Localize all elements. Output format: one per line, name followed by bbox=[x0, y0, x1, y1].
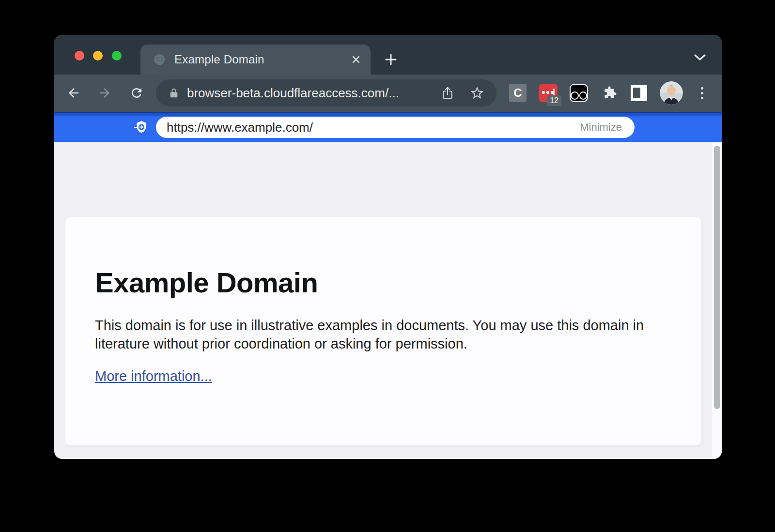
lock-icon bbox=[169, 87, 179, 99]
share-icon[interactable] bbox=[440, 85, 455, 101]
page-title: Example Domain bbox=[95, 266, 671, 299]
example-domain-card: Example Domain This domain is for use in… bbox=[65, 217, 701, 445]
zoom-window-button[interactable] bbox=[112, 51, 122, 61]
extension-c-icon[interactable]: C bbox=[508, 83, 527, 103]
scrollbar-thumb[interactable] bbox=[714, 146, 720, 409]
browser-window: Example Domain browser-beta.cloudflareac bbox=[54, 35, 722, 459]
forward-button[interactable] bbox=[95, 83, 114, 103]
profile-avatar[interactable] bbox=[660, 81, 683, 105]
new-tab-button[interactable] bbox=[381, 50, 401, 69]
minimize-bar-button[interactable]: Minimize bbox=[580, 121, 622, 134]
shield-arrow-icon bbox=[134, 120, 149, 135]
globe-favicon-icon bbox=[153, 53, 166, 66]
goggles-extension-icon[interactable] bbox=[569, 83, 589, 103]
close-window-button[interactable] bbox=[75, 51, 84, 61]
address-bar[interactable]: browser-beta.cloudflareaccess.com/... bbox=[156, 79, 496, 106]
more-information-link[interactable]: More information... bbox=[95, 368, 212, 384]
extension-c-letter: C bbox=[509, 84, 527, 102]
minimize-window-button[interactable] bbox=[93, 51, 103, 61]
back-button[interactable] bbox=[64, 83, 83, 103]
reload-button[interactable] bbox=[127, 83, 146, 103]
isolation-url-text: https://www.example.com/ bbox=[167, 120, 580, 135]
extensions-puzzle-icon[interactable] bbox=[600, 83, 619, 103]
tab-close-icon[interactable] bbox=[349, 53, 363, 66]
page-paragraph: This domain is for use in illustrative e… bbox=[95, 316, 652, 353]
tab-example-domain[interactable]: Example Domain bbox=[140, 45, 371, 75]
tab-strip: Example Domain bbox=[54, 35, 722, 75]
scrollbar-track[interactable] bbox=[712, 142, 722, 459]
address-bar-url: browser-beta.cloudflareaccess.com/... bbox=[187, 86, 440, 101]
page-viewport: Example Domain This domain is for use in… bbox=[54, 142, 722, 459]
browser-toolbar: browser-beta.cloudflareaccess.com/... C … bbox=[54, 75, 722, 112]
extension-badge-count: 12 bbox=[547, 95, 561, 106]
isolation-url-input[interactable]: https://www.example.com/ Minimize bbox=[156, 117, 635, 138]
browser-menu-kebab-icon[interactable] bbox=[692, 83, 712, 103]
side-panel-icon[interactable] bbox=[629, 83, 649, 103]
isolation-bar: https://www.example.com/ Minimize bbox=[54, 112, 722, 142]
tab-title: Example Domain bbox=[174, 53, 264, 66]
bookmark-star-icon[interactable] bbox=[469, 85, 485, 101]
chevron-down-icon[interactable] bbox=[693, 52, 707, 63]
password-manager-extension-icon[interactable]: 12 bbox=[539, 83, 558, 103]
